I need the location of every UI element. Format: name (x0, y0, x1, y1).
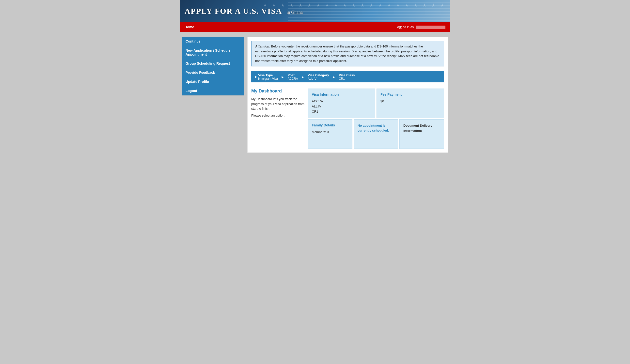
header-country: in Ghana (287, 10, 303, 15)
sidebar: Continue New Application / Schedule Appo… (182, 37, 244, 153)
visa-information-link[interactable]: Visa Information (312, 92, 371, 96)
username-blurred (416, 25, 446, 29)
sidebar-group-scheduling-btn[interactable]: Group Scheduling Request (182, 59, 244, 68)
header-main-title: APPLY FOR A U.S. VISA (184, 7, 282, 15)
main-content: Continue New Application / Schedule Appo… (180, 32, 450, 158)
home-nav-item[interactable]: Home (182, 25, 197, 29)
dashboard-title: My Dashboard (251, 88, 306, 94)
sidebar-logout-btn[interactable]: Logout (182, 86, 244, 95)
dashboard-section: My Dashboard My Dashboard lets you track… (251, 88, 444, 149)
attention-box: Attention: Before you enter the receipt … (251, 41, 444, 66)
bottom-cards-row: Family Details Members: 0 No appointment… (308, 119, 444, 149)
document-delivery-label: Document Delivery Information: (403, 123, 440, 134)
visa-type-label: Visa Type (258, 73, 278, 77)
visa-class-label: Visa Class (339, 73, 355, 77)
attention-text: : Before you enter the receipt number en… (255, 44, 439, 63)
dashboard-cards: Visa Information ACCRA ALL IV CR1 Fee Pa… (308, 88, 444, 149)
dashboard-desc-1: My Dashboard lets you track the progress… (251, 97, 306, 111)
visa-info-category: ALL IV (312, 104, 371, 109)
visa-info-accra: ACCRA (312, 99, 371, 104)
family-members: Members: 0 (312, 130, 348, 135)
logged-in-label: Logged in as (396, 25, 448, 29)
sidebar-provide-feedback-btn[interactable]: Provide Feedback (182, 68, 244, 77)
visa-class-value: CR1 (339, 77, 355, 80)
visa-type-value: Immigrant Visa (258, 77, 278, 80)
right-content: Attention: Before you enter the receipt … (247, 37, 448, 153)
appointment-card: No appointment is currently scheduled. (354, 119, 398, 149)
document-delivery-card: Document Delivery Information: (400, 119, 444, 149)
breadcrumb-visa-category: Visa Category ALL IV (308, 73, 329, 80)
family-details-link[interactable]: Family Details (312, 123, 348, 127)
dashboard-description: My Dashboard My Dashboard lets you track… (251, 88, 306, 149)
dashboard-desc-2: Please select an option. (251, 113, 306, 118)
visa-category-label: Visa Category (308, 73, 329, 77)
breadcrumb-post: Post ACCRA (288, 73, 298, 80)
sidebar-new-application-btn[interactable]: New Application / Schedule Appointment (182, 46, 244, 59)
breadcrumb-visa-class: Visa Class CR1 (339, 73, 355, 80)
breadcrumb-arrow-2: ► (301, 75, 305, 79)
no-appointment-text: No appointment is currently scheduled. (358, 123, 394, 133)
visa-category-value: ALL IV (308, 77, 329, 80)
top-cards-row: Visa Information ACCRA ALL IV CR1 Fee Pa… (308, 88, 444, 118)
post-label: Post (288, 73, 298, 77)
breadcrumb-visa-type: Visa Type Immigrant Visa (258, 73, 278, 80)
page-wrapper: APPLY FOR A U.S. VISA in Ghana Home Logg… (180, 0, 450, 364)
breadcrumb-bar: Visa Type Immigrant Visa ► Post ACCRA ► … (251, 71, 444, 82)
nav-bar: Home Logged in as (180, 22, 450, 32)
post-value: ACCRA (288, 77, 298, 80)
header-banner: APPLY FOR A U.S. VISA in Ghana (180, 0, 450, 22)
sidebar-update-profile-btn[interactable]: Update Profile (182, 77, 244, 86)
sidebar-continue-btn[interactable]: Continue (182, 37, 244, 46)
fee-payment-card: Fee Payment $0 (376, 88, 444, 118)
breadcrumb-arrow-3: ► (332, 75, 336, 79)
breadcrumb-arrow-1: ► (281, 75, 284, 79)
visa-information-card: Visa Information ACCRA ALL IV CR1 (308, 88, 375, 118)
breadcrumb-triangle-icon (255, 75, 257, 78)
fee-payment-link[interactable]: Fee Payment (380, 92, 440, 96)
header-title: APPLY FOR A U.S. VISA in Ghana (184, 7, 303, 16)
visa-info-class: CR1 (312, 109, 371, 114)
family-details-card: Family Details Members: 0 (308, 119, 352, 149)
fee-amount: $0 (380, 99, 440, 104)
